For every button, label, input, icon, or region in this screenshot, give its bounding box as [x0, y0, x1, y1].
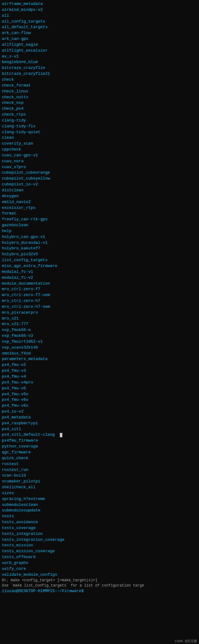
terminal-line: airmind_mindpx-v2 — [2, 7, 197, 13]
terminal-line: check — [2, 77, 197, 83]
terminal-line: cuav_can-gps-v1 — [2, 153, 197, 159]
terminal-line: px4_fmu-v6x — [2, 403, 197, 409]
terminal-line: scan-build — [2, 473, 197, 479]
terminal-line: uvify_core — [2, 566, 197, 572]
terminal-line: freefly_can-rtk-gps — [2, 217, 197, 222]
terminal-line: px4_sitl_default-clang — [2, 432, 197, 438]
terminal-line: rostest — [2, 461, 197, 467]
terminal-line: px4_fmu-v5 — [2, 386, 197, 392]
terminal-line: check_linux — [2, 89, 197, 95]
terminal-line: spracing_h7extreme — [2, 496, 197, 502]
terminal-line: scumaker_pilotpi — [2, 479, 197, 485]
terminal-line: validate_module_configs — [2, 572, 197, 578]
terminal-line: doxygen — [2, 193, 197, 199]
watermark: CSDN @浩无极 — [173, 638, 199, 644]
terminal-line: cubepilot_cubeorange — [2, 170, 197, 176]
terminal-line: submodulesclean — [2, 502, 197, 508]
terminal-line: nxp_fmuk66-v3 — [2, 333, 197, 339]
terminal-line: px4_fmu-v4 — [2, 374, 197, 380]
terminal-line: px4fmu_firmware — [2, 438, 197, 444]
terminal-line: omnibus_f4sd — [2, 351, 197, 357]
terminal-line: check_format — [2, 83, 197, 89]
terminal-line: tests — [2, 514, 197, 519]
terminal-line: mro_pixracerpro — [2, 310, 197, 316]
terminal-line: clean — [2, 135, 197, 141]
terminal-line: tests_offboard — [2, 554, 197, 560]
terminal-line: rostest_run — [2, 467, 197, 473]
terminal-line: px4_metadata — [2, 415, 197, 421]
terminal-line: mro_x21 — [2, 316, 197, 322]
terminal-line: tests_avoidance — [2, 519, 197, 525]
terminal-line: px4_fmu-v3 — [2, 368, 197, 374]
terminal-line: clang-tidy-fix — [2, 124, 197, 129]
terminal-line: misc_qgc_extra_firmware — [2, 263, 197, 269]
terminal-line: mro_ctrl-zero-h7 — [2, 298, 197, 304]
terminal-line: all — [2, 13, 197, 19]
status-line: Use `make list_config_targets` for a lis… — [2, 583, 197, 588]
terminal-line: check_px4 — [2, 106, 197, 112]
terminal-line: px4_raspberrypi — [2, 421, 197, 426]
terminal-line: submodulesupdate — [2, 508, 197, 514]
terminal-line: ark_can-flow — [2, 30, 197, 36]
terminal-line: bitcraze_crazyflie — [2, 65, 197, 71]
terminal-line: holybro_can-gps-v1 — [2, 234, 197, 240]
terminal-line: gazeboclean — [2, 222, 197, 228]
terminal-line: clang-tidy-quiet — [2, 129, 197, 135]
terminal-line: check_nxp — [2, 100, 197, 106]
terminal-line: cuav_nora — [2, 159, 197, 164]
terminal-line: clang-tidy — [2, 118, 197, 124]
terminal-line: nxp_fmuirt1062-v1 — [2, 339, 197, 345]
terminal-line: list_config_targets — [2, 257, 197, 263]
terminal-line: mro_x21-777 — [2, 321, 197, 327]
terminal-line: tests_integration — [2, 531, 197, 537]
terminal-line: cubepilot_cubeyellow — [2, 176, 197, 182]
terminal-line: coverity_scan — [2, 141, 197, 147]
terminal-line: tests_coverage — [2, 525, 197, 531]
terminal-line: px4_io-v2 — [2, 409, 197, 415]
terminal-line: px4_sitl — [2, 426, 197, 432]
terminal-line: tests_integration_coverage — [2, 537, 197, 543]
terminal-line: atlflight_excelsior — [2, 48, 197, 54]
terminal-line: holybro_kakutef7 — [2, 246, 197, 252]
terminal-line: mro_ctrl-zero-h7-oem — [2, 304, 197, 310]
terminal-line: format — [2, 211, 197, 217]
terminal-window: airframe_metadataairmind_mindpx-v2allall… — [0, 0, 199, 644]
terminal-line: cubepilot_io-v2 — [2, 182, 197, 188]
cursor — [60, 433, 62, 437]
terminal-line: check_nuttx — [2, 95, 197, 100]
terminal-line: holybro_durandal-v1 — [2, 240, 197, 246]
terminal-line: modalai_fc-v1 — [2, 269, 197, 275]
terminal-output: airframe_metadataairmind_mindpx-v2allall… — [2, 1, 197, 594]
terminal-line: px4_fmu-v6u — [2, 397, 197, 403]
terminal-line: emlid_navio2 — [2, 199, 197, 205]
terminal-line: cppcheck — [2, 147, 197, 153]
terminal-line: px4_fmu-v4pro — [2, 380, 197, 386]
terminal-line: all_config_targets — [2, 19, 197, 25]
terminal-line: ark_can-gps — [2, 36, 197, 42]
terminal-line: module_documentation — [2, 281, 197, 287]
status-line: Or, make <config_target> [<make_target(s… — [2, 578, 197, 583]
terminal-line: mro_ctrl-zero-f7 — [2, 286, 197, 292]
terminal-line: sizes — [2, 490, 197, 496]
prompt-line: liuzao@DESKTOP-H1MMPIS:~/Firmware$ — [2, 588, 197, 594]
terminal-line: modalai_fc-v2 — [2, 275, 197, 281]
terminal-line: nxp_fmuk66-e — [2, 327, 197, 333]
terminal-line: px4_fmu-v2 — [2, 362, 197, 368]
terminal-line: quick_check — [2, 455, 197, 461]
terminal-line: nxp_ucans32k146 — [2, 345, 197, 351]
terminal-line: shellcheck_all — [2, 485, 197, 490]
terminal-line: airframe_metadata — [2, 1, 197, 7]
terminal-line: tests_mission_coverage — [2, 549, 197, 554]
terminal-line: atlflight_eagle — [2, 42, 197, 48]
terminal-line: holybro_pix32v5 — [2, 252, 197, 257]
terminal-line: mro_ctrl-zero-f7-oem — [2, 292, 197, 298]
terminal-line: av_x-v1 — [2, 54, 197, 60]
terminal-line: help — [2, 228, 197, 234]
terminal-line: parameters_metadata — [2, 356, 197, 362]
terminal-line: python_coverage — [2, 444, 197, 450]
terminal-line: distclean — [2, 188, 197, 193]
terminal-line: all_default_targets — [2, 24, 197, 30]
terminal-line: qgc_firmware — [2, 450, 197, 455]
terminal-line: px4_fmu-v5x — [2, 392, 197, 397]
terminal-line: beaglebone_blue — [2, 59, 197, 65]
